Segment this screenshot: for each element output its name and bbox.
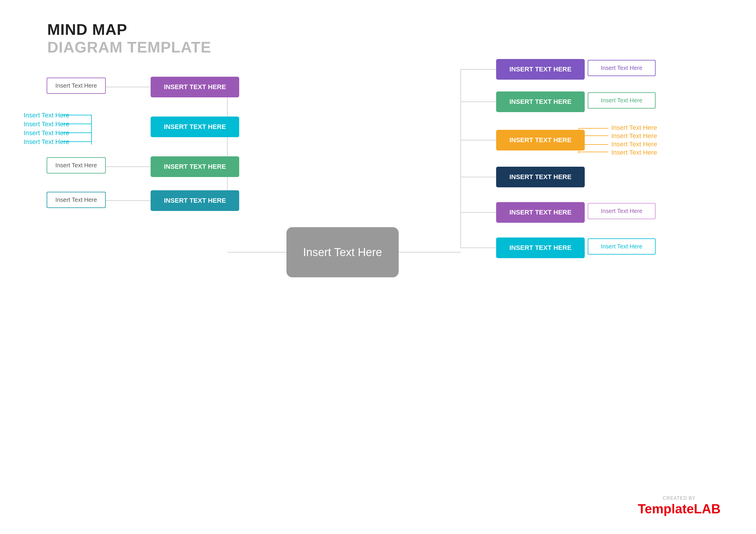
logo-text: TemplateLAB — [638, 501, 720, 516]
rb3-node: INSERT TEXT HERE — [496, 130, 585, 150]
logo-block: CREATED BY TemplateLAB — [638, 496, 720, 516]
lb3-outline: Insert Text Here — [47, 157, 106, 173]
rb1-outline: Insert Text Here — [588, 60, 656, 76]
center-node: Insert Text Here — [286, 227, 399, 277]
rb3-sub4: Insert Text Here — [611, 149, 657, 156]
lb2-sub3: Insert Text Here — [24, 129, 69, 137]
lb3-node: INSERT TEXT HERE — [150, 156, 239, 177]
rb6-node: INSERT TEXT HERE — [496, 238, 585, 258]
logo-created-by: CREATED BY — [638, 496, 720, 501]
logo-lab: LAB — [694, 501, 720, 516]
rb3-sub3: Insert Text Here — [611, 140, 657, 148]
rb1-node: INSERT TEXT HERE — [496, 59, 585, 80]
title-block: MIND MAP DIAGRAM TEMPLATE — [47, 21, 211, 56]
lb1-node: INSERT TEXT HERE — [150, 77, 239, 97]
lb1-outline: Insert Text Here — [47, 78, 106, 94]
lb4-node: INSERT TEXT HERE — [150, 190, 239, 211]
logo-template: Template — [638, 501, 694, 516]
rb5-node: INSERT TEXT HERE — [496, 202, 585, 223]
lb2-node: INSERT TEXT HERE — [150, 116, 239, 137]
rb3-sub2: Insert Text Here — [611, 132, 657, 140]
rb6-outline: Insert Text Here — [588, 239, 656, 255]
center-node-label: Insert Text Here — [303, 246, 382, 259]
rb3-sub1: Insert Text Here — [611, 124, 657, 132]
lb4-outline: Insert Text Here — [47, 192, 106, 208]
lb2-sub2: Insert Text Here — [24, 120, 69, 128]
lb2-sub4: Insert Text Here — [24, 138, 69, 146]
lb2-sub1: Insert Text Here — [24, 112, 69, 119]
rb2-outline: Insert Text Here — [588, 92, 656, 109]
rb4-node: INSERT TEXT HERE — [496, 167, 585, 187]
title-main: MIND MAP — [47, 21, 211, 38]
rb5-outline: Insert Text Here — [588, 203, 656, 219]
title-sub: DIAGRAM TEMPLATE — [47, 38, 211, 56]
rb2-node: INSERT TEXT HERE — [496, 91, 585, 112]
